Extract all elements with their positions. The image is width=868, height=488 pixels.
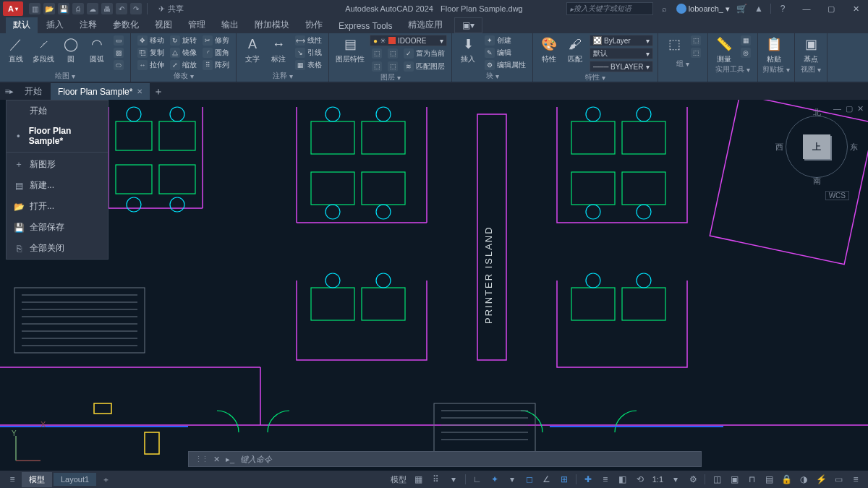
app-store-icon[interactable]: ▲ xyxy=(753,3,765,14)
dropdown-item-current[interactable]: •Floor Plan Sample* xyxy=(7,121,108,150)
layer-selector[interactable]: ●☀IDOORE▾ xyxy=(370,35,447,46)
linetype-selector[interactable]: ─── BYLAYER▾ xyxy=(590,61,653,72)
tool-pline[interactable]: ⟋多段线 xyxy=(30,35,56,64)
qat-cloud-icon[interactable]: ☁ xyxy=(87,3,98,14)
status-dyn-icon[interactable]: ✚ xyxy=(580,472,596,487)
qat-saveas-icon[interactable]: ⎙ xyxy=(72,3,84,14)
color-selector[interactable]: ByLayer▾ xyxy=(590,35,653,46)
tool-move[interactable]: ✥移动 xyxy=(135,35,166,46)
cart-icon[interactable]: 🛒 xyxy=(736,3,747,14)
group-opt-1[interactable]: ⬚ xyxy=(689,35,703,46)
ribbon-tab-featured[interactable]: 精选应用 xyxy=(401,17,450,33)
tool-layer-props[interactable]: ▤图层特性 xyxy=(333,35,367,64)
status-workspace-icon[interactable]: ◫ xyxy=(709,472,725,487)
tool-properties[interactable]: 🎨特性 xyxy=(537,35,561,64)
qat-plot-icon[interactable]: 🖶 xyxy=(101,3,113,14)
tool-ellipse[interactable]: ⬭ xyxy=(111,59,126,71)
status-model-button[interactable]: 模型 xyxy=(388,474,409,485)
util-opt-2[interactable]: ◎ xyxy=(739,47,753,59)
ribbon-tab-output[interactable]: 输出 xyxy=(214,17,246,33)
ribbon-tab-annotate[interactable]: 注释 xyxy=(72,17,104,33)
ribbon-tab-addins[interactable]: 附加模块 xyxy=(247,17,297,33)
status-customize-icon[interactable]: ≡ xyxy=(848,472,864,487)
status-cycling-icon[interactable]: ⟲ xyxy=(632,472,648,487)
layout-tab-model[interactable]: 模型 xyxy=(22,472,52,487)
match-layer[interactable]: ≋匹配图层 xyxy=(401,61,447,72)
status-grid-icon[interactable]: ▦ xyxy=(411,472,427,487)
status-monitor-icon[interactable]: ▣ xyxy=(726,472,742,487)
ribbon-tab-parametric[interactable]: 参数化 xyxy=(106,17,146,33)
layer-match-2[interactable]: ⬚ xyxy=(386,48,400,59)
tool-block-attedit[interactable]: ⚙编辑属性 xyxy=(482,59,528,71)
dropdown-item-start[interactable]: 开始 xyxy=(7,100,108,121)
layout-menu-button[interactable]: ≡ xyxy=(4,472,20,487)
qat-open-icon[interactable]: 📂 xyxy=(43,3,55,14)
tool-paste[interactable]: 📋粘贴 xyxy=(762,35,786,64)
cmd-recent-icon[interactable]: ▸_ xyxy=(226,455,234,464)
status-iso-icon[interactable]: ▾ xyxy=(504,472,520,487)
cmd-handle-icon[interactable]: ⋮⋮ xyxy=(195,455,208,464)
tool-block-insert[interactable]: ⬇插入 xyxy=(456,35,480,64)
tool-rect[interactable]: ▭ xyxy=(111,35,126,46)
window-maximize-button[interactable]: ▢ xyxy=(819,0,843,17)
ribbon-tab-home[interactable]: 默认 xyxy=(6,17,38,33)
ribbon-tab-manage[interactable]: 管理 xyxy=(181,17,213,33)
qat-redo-icon[interactable]: ↷ xyxy=(130,3,142,14)
tool-hatch[interactable]: ▨ xyxy=(111,47,126,59)
tool-line[interactable]: ／直线 xyxy=(4,35,27,64)
tool-dim[interactable]: ↔标注 xyxy=(267,35,290,64)
viewport-restore-icon[interactable]: ▢ xyxy=(846,104,853,114)
tool-fillet[interactable]: ◜圆角 xyxy=(200,47,231,59)
tool-leader[interactable]: ↘引线 xyxy=(293,47,324,59)
cmd-close-icon[interactable]: ✕ xyxy=(213,455,220,464)
wcs-label[interactable]: WCS xyxy=(825,191,849,200)
user-account-button[interactable]: loboarch_ ▾ xyxy=(676,4,730,14)
share-button[interactable]: ✈ 共享 xyxy=(158,3,184,14)
status-units-icon[interactable]: ⊓ xyxy=(744,472,760,487)
tool-group[interactable]: ⬚ xyxy=(663,35,686,53)
status-osnap-icon[interactable]: ◻ xyxy=(522,472,537,487)
qat-undo-icon[interactable]: ↶ xyxy=(116,3,127,14)
ribbon-tab-collab[interactable]: 协作 xyxy=(298,17,330,33)
close-tab-icon[interactable]: ✕ xyxy=(137,87,142,95)
layout-tab-layout1[interactable]: Layout1 xyxy=(54,473,96,486)
ribbon-tab-express[interactable]: Express Tools xyxy=(331,19,399,33)
status-infer-icon[interactable]: ▾ xyxy=(446,472,461,487)
help-icon[interactable]: ? xyxy=(777,3,788,14)
help-search-input[interactable]: ▸ 搜入关键字或短语 xyxy=(566,2,653,15)
command-line[interactable]: ⋮⋮ ✕ ▸_ 键入命令 xyxy=(188,451,702,467)
viewport-minimize-icon[interactable]: — xyxy=(833,104,841,114)
status-gear-icon[interactable]: ⚙ xyxy=(685,472,701,487)
tool-scale[interactable]: ⤢缩放 xyxy=(168,59,199,71)
dropdown-action-open[interactable]: 📂打开... xyxy=(7,196,108,217)
dropdown-action-saveall[interactable]: 💾全部保存 xyxy=(7,217,108,238)
dropdown-action-newdwg[interactable]: ＋新图形 xyxy=(7,154,108,175)
status-scale[interactable]: 1:1 xyxy=(650,475,666,484)
tool-linear[interactable]: ⟷线性 xyxy=(293,35,324,46)
status-lock-icon[interactable]: 🔒 xyxy=(778,472,794,487)
status-polar-icon[interactable]: ✦ xyxy=(487,472,503,487)
status-annoscale-icon[interactable]: ▾ xyxy=(668,472,684,487)
tool-block-edit[interactable]: ✎编辑 xyxy=(482,47,528,59)
tool-stretch[interactable]: ↔拉伸 xyxy=(135,59,166,71)
status-lwt-icon[interactable]: ≡ xyxy=(597,472,613,487)
drawing-tab-menu-button[interactable]: ≡▸ xyxy=(3,85,16,98)
layer-iso-2[interactable]: ⬚ xyxy=(386,61,400,72)
status-3dosnap-icon[interactable]: ∠ xyxy=(539,472,555,487)
tool-circle[interactable]: ◯圆 xyxy=(59,35,82,64)
qat-save-icon[interactable]: 💾 xyxy=(58,3,69,14)
layer-iso-1[interactable]: ⬚ xyxy=(370,61,384,72)
window-close-button[interactable]: ✕ xyxy=(843,0,868,17)
search-icon[interactable]: ⌕ xyxy=(659,4,671,13)
status-isolate-icon[interactable]: ◑ xyxy=(796,472,812,487)
set-current-layer[interactable]: ✓置为当前 xyxy=(401,48,447,59)
ribbon-tab-more[interactable]: ▣▾ xyxy=(454,17,482,33)
tool-measure[interactable]: 📏测量 xyxy=(712,35,736,64)
window-minimize-button[interactable]: — xyxy=(794,0,819,17)
group-opt-2[interactable]: ⬚ xyxy=(689,47,703,59)
status-snap-icon[interactable]: ⠿ xyxy=(428,472,444,487)
drawing-tab-active[interactable]: Floor Plan Sample*✕ xyxy=(51,83,150,100)
lineweight-selector[interactable]: 默认▾ xyxy=(590,48,653,59)
status-cleanscreen-icon[interactable]: ▭ xyxy=(830,472,846,487)
drawing-tab-add-button[interactable]: ＋ xyxy=(151,85,166,98)
